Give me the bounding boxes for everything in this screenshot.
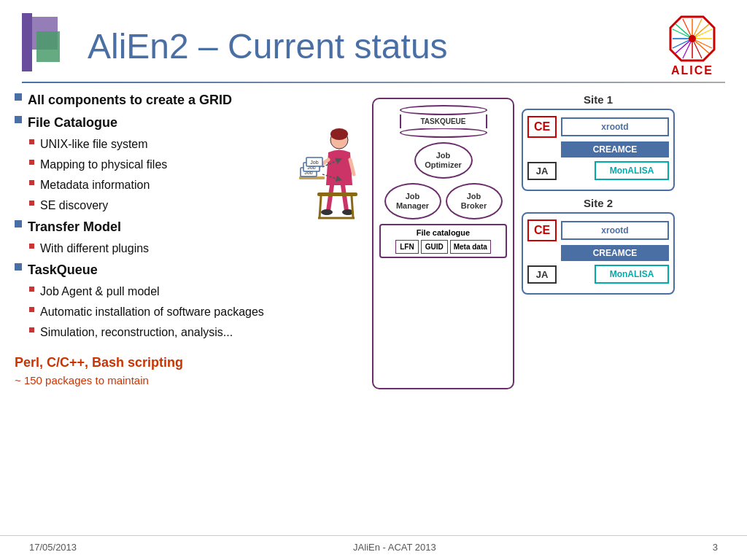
sub-bullet-icon bbox=[29, 327, 34, 332]
site2-ja: JA bbox=[527, 265, 557, 284]
metadata-label: Meta data bbox=[450, 240, 491, 254]
bullet-icon bbox=[15, 263, 22, 271]
lfn-label: LFN bbox=[395, 240, 418, 254]
site2: Site 2 CE xrootd CREAMCE JA MonALISA bbox=[522, 197, 675, 295]
job-optimizer-node: JobOptimizer bbox=[379, 142, 507, 179]
site1-xrootd: xrootd bbox=[561, 117, 669, 136]
center-diagram: TASKQUEUE JobOptimizer JobManager JobBro… bbox=[372, 98, 514, 389]
site2-row1: CE xrootd bbox=[527, 219, 669, 241]
svg-point-24 bbox=[321, 209, 333, 215]
job-row: JobManager JobBroker bbox=[379, 183, 507, 219]
site2-label: Site 2 bbox=[522, 197, 675, 209]
svg-line-23 bbox=[343, 185, 347, 211]
title-area: AliEn2 – Current status bbox=[22, 13, 659, 79]
file-catalogue-label: File catalogue bbox=[384, 228, 503, 237]
site2-creamce: CREAMCE bbox=[561, 245, 669, 261]
site1-ce: CE bbox=[527, 116, 557, 138]
site2-creamce-row: CREAMCE bbox=[527, 245, 669, 261]
catalogue-items: LFN GUID Meta data bbox=[384, 240, 503, 254]
site1-row1: CE xrootd bbox=[527, 116, 669, 138]
list-item: Automatic installation of software packa… bbox=[29, 303, 292, 321]
site1-row3: JA MonALISA bbox=[527, 161, 669, 180]
sub-list: UNIX-like file system Mapping to physica… bbox=[29, 136, 292, 214]
site2-xrootd: xrootd bbox=[561, 221, 669, 240]
svg-text:Job: Job bbox=[310, 160, 318, 165]
job-manager-label: JobManager bbox=[384, 183, 441, 219]
list-item: With different plugins bbox=[29, 240, 292, 257]
footer-conference: JAliEn - ACAT 2013 bbox=[353, 542, 436, 553]
sub-bullet-icon bbox=[29, 307, 34, 312]
job-optimizer-label: JobOptimizer bbox=[414, 142, 473, 179]
svg-line-27 bbox=[320, 196, 321, 218]
site2-box: CE xrootd CREAMCE JA MonALISA bbox=[522, 212, 675, 295]
perl-section: Perl, C/C++, Bash scripting ~ 150 packag… bbox=[15, 353, 292, 389]
sub-bullet-icon bbox=[29, 160, 34, 165]
person-illustration: Job Job Job bbox=[299, 127, 365, 389]
list-item: UNIX-like file system bbox=[29, 136, 292, 153]
list-item: Mapping to physical files bbox=[29, 156, 292, 174]
list-item: Transfer Model bbox=[15, 217, 292, 237]
site1: Site 1 CE xrootd CREAMCE JA MonALISA bbox=[522, 93, 675, 191]
taskqueue-node: TASKQUEUE bbox=[379, 105, 507, 138]
footer-date: 17/05/2013 bbox=[29, 542, 77, 553]
site2-ce: CE bbox=[527, 219, 557, 241]
svg-point-19 bbox=[330, 128, 348, 140]
sub-bullet-icon bbox=[29, 139, 34, 144]
site1-box: CE xrootd CREAMCE JA MonALISA bbox=[522, 109, 675, 191]
page-title: AliEn2 – Current status bbox=[88, 26, 448, 66]
footer: 17/05/2013 JAliEn - ACAT 2013 3 bbox=[0, 535, 747, 553]
sub-list: With different plugins bbox=[29, 240, 292, 257]
header-divider bbox=[22, 82, 725, 83]
bullet-icon bbox=[15, 93, 22, 101]
bullet-list: All components to create a GRID File Cat… bbox=[15, 90, 292, 389]
site2-monalisa: MonALISA bbox=[595, 265, 669, 284]
bullet-icon bbox=[15, 116, 22, 123]
sites-area: Site 1 CE xrootd CREAMCE JA MonALISA bbox=[522, 93, 675, 389]
list-item: TaskQueue bbox=[15, 260, 292, 280]
site1-ja: JA bbox=[527, 162, 557, 180]
site1-creamce: CREAMCE bbox=[561, 141, 669, 158]
list-item: SE discovery bbox=[29, 197, 292, 214]
diagram-area: Job Job Job bbox=[299, 90, 732, 389]
svg-line-22 bbox=[328, 185, 332, 211]
perl-text: Perl, C/C++, Bash scripting bbox=[15, 353, 292, 373]
site2-row3: JA MonALISA bbox=[527, 265, 669, 284]
job-broker-label: JobBroker bbox=[446, 183, 503, 219]
alice-logo-badge bbox=[667, 13, 718, 64]
site1-label: Site 1 bbox=[522, 93, 675, 106]
footer-page: 3 bbox=[713, 542, 718, 553]
alice-text: ALICE bbox=[671, 64, 713, 77]
header: AliEn2 – Current status ALICE bbox=[0, 0, 747, 79]
svg-point-17 bbox=[689, 35, 696, 42]
sub-list: Job Agent & pull model Automatic install… bbox=[29, 283, 292, 341]
sub-bullet-icon bbox=[29, 244, 34, 249]
packages-text: ~ 150 packages to maintain bbox=[15, 373, 292, 389]
svg-line-28 bbox=[352, 196, 353, 218]
list-item: Simulation, reconstruction, analysis... bbox=[29, 324, 292, 341]
bullet-icon bbox=[15, 220, 22, 228]
site1-monalisa: MonALISA bbox=[595, 161, 669, 180]
list-item: File Catalogue bbox=[15, 113, 292, 133]
person-svg: Job Job Job bbox=[299, 127, 365, 236]
sub-bullet-icon bbox=[29, 180, 34, 185]
list-item: Job Agent & pull model bbox=[29, 283, 292, 300]
main-content: All components to create a GRID File Cat… bbox=[0, 90, 747, 389]
sub-bullet-icon bbox=[29, 201, 34, 206]
taskqueue-label: TASKQUEUE bbox=[401, 117, 486, 125]
alice-logo: ALICE bbox=[659, 13, 725, 79]
file-catalogue-node: File catalogue LFN GUID Meta data bbox=[379, 224, 507, 258]
list-item: Metadata information bbox=[29, 176, 292, 194]
sub-bullet-icon bbox=[29, 287, 34, 292]
list-item: All components to create a GRID bbox=[15, 90, 292, 110]
site1-creamce-row: CREAMCE bbox=[561, 141, 669, 158]
guid-label: GUID bbox=[421, 240, 448, 254]
svg-rect-26 bbox=[317, 192, 357, 196]
